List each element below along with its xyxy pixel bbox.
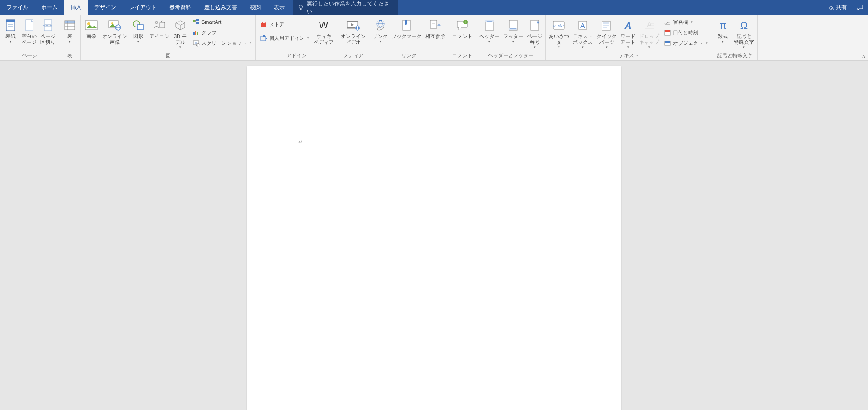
svg-text:W: W: [319, 19, 329, 31]
tab-insert[interactable]: 挿入: [64, 0, 88, 15]
greeting-icon: あいさつ: [553, 20, 565, 31]
svg-text:A: A: [647, 21, 652, 29]
store-button[interactable]: ストア: [258, 19, 311, 29]
tab-design[interactable]: デザイン: [88, 0, 123, 15]
object-button[interactable]: オブジェクト▾: [662, 38, 710, 48]
svg-text:+: +: [465, 21, 467, 24]
collapse-ribbon-button[interactable]: ᐱ: [862, 54, 865, 59]
svg-rect-41: [266, 38, 267, 39]
equation-icon: π: [717, 19, 729, 32]
table-button[interactable]: 表▾: [60, 16, 79, 44]
svg-text:あいさつ: あいさつ: [553, 24, 565, 28]
comment-button[interactable]: + コメント: [450, 16, 474, 40]
group-links-label: リンク: [369, 51, 449, 60]
svg-rect-34: [197, 32, 198, 35]
icons-button[interactable]: アイコン: [147, 16, 171, 40]
shapes-icon: [132, 19, 145, 31]
wordart-button[interactable]: A ワード アート▾: [618, 16, 637, 50]
svg-rect-29: [196, 22, 199, 24]
pagenumber-icon: #: [529, 19, 540, 32]
group-addins-label: アドイン: [256, 51, 337, 60]
svg-text:A: A: [624, 20, 632, 31]
feedback-button[interactable]: [852, 0, 868, 15]
svg-rect-39: [261, 36, 266, 41]
group-comments-label: コメント: [449, 51, 476, 60]
comment-icon: +: [456, 19, 469, 31]
tell-me-box[interactable]: 実行したい作業を入力してください: [293, 0, 398, 15]
tab-file[interactable]: ファイル: [0, 0, 35, 15]
online-pictures-button[interactable]: オンライン 画像: [100, 16, 129, 46]
group-tables: 表▾ 表: [59, 15, 81, 60]
svg-rect-73: [603, 27, 607, 28]
wikipedia-button[interactable]: W ウィキ ペディア: [312, 16, 336, 46]
smartart-icon: [192, 18, 200, 26]
svg-line-31: [195, 21, 196, 23]
svg-text:π: π: [719, 20, 726, 31]
tab-view[interactable]: 表示: [267, 0, 291, 15]
quickparts-button[interactable]: クイック パーツ▾: [595, 16, 618, 50]
smartart-button[interactable]: SmartArt: [190, 17, 253, 27]
online-video-button[interactable]: オンライン ビデオ: [339, 16, 368, 46]
group-links: リンク▾ ブックマーク 相互参照 リンク: [369, 15, 449, 60]
page-break-button[interactable]: ページ 区切り: [38, 16, 57, 46]
svg-text:#: #: [537, 20, 539, 25]
tab-mailings[interactable]: 差し込み文書: [198, 0, 244, 15]
onlinepicture-icon: [108, 19, 122, 31]
group-tables-label: 表: [59, 51, 80, 60]
group-media-label: メディア: [337, 51, 369, 60]
store-icon: [260, 21, 267, 28]
myaddins-button[interactable]: 個人用アドイン▾: [258, 33, 311, 43]
crossref-icon: [429, 19, 442, 32]
bookmark-button[interactable]: ブックマーク: [390, 16, 423, 40]
screenshot-button[interactable]: + スクリーンショット▾: [190, 38, 253, 48]
cube-icon: [174, 19, 186, 31]
svg-rect-7: [44, 20, 52, 24]
svg-rect-26: [160, 23, 165, 28]
footer-icon: [508, 19, 519, 32]
share-label: 共有: [836, 4, 847, 11]
group-text: あいさつ あいさつ 文▾ A テキスト ボックス▾ クイック パーツ▾ A ワー…: [546, 15, 712, 60]
greeting-button[interactable]: あいさつ あいさつ 文▾: [547, 16, 571, 50]
3dmodels-button[interactable]: 3D モ デル▾: [171, 16, 190, 50]
datetime-button[interactable]: 日付と時刻: [662, 27, 710, 38]
header-icon: [484, 19, 495, 32]
pagenumber-button[interactable]: # ページ 番号▾: [525, 16, 544, 50]
footer-button[interactable]: フッター▾: [501, 16, 525, 44]
group-pages-label: ページ: [0, 51, 59, 60]
blank-page-button[interactable]: 空白の ページ: [20, 16, 38, 46]
document-area[interactable]: ↵: [0, 61, 868, 410]
tab-layout[interactable]: レイアウト: [123, 0, 163, 15]
cover-page-button[interactable]: 表紙▾: [1, 16, 20, 44]
share-button[interactable]: 共有: [823, 0, 852, 15]
tab-references[interactable]: 参考資料: [163, 0, 198, 15]
group-symbols-label: 記号と特殊文字: [712, 51, 757, 60]
svg-text:A: A: [580, 22, 585, 29]
svg-line-30: [195, 20, 196, 21]
signature-button[interactable]: 署名欄▾: [662, 17, 710, 27]
textbox-button[interactable]: A テキスト ボックス▾: [571, 16, 595, 50]
tab-bar: ファイル ホーム 挿入 デザイン レイアウト 参考資料 差し込み文書 校閲 表示…: [0, 0, 868, 15]
equation-button[interactable]: π 数式▾: [714, 16, 732, 44]
margin-guide-tr: [570, 119, 580, 130]
lightbulb-icon: [298, 5, 304, 11]
wordart-icon: A: [622, 19, 634, 31]
chart-icon: [192, 29, 200, 36]
icons-icon: [153, 19, 166, 31]
speech-bubble-icon: [856, 4, 863, 11]
page[interactable]: ↵: [247, 66, 621, 410]
ribbon: 表紙▾ 空白の ページ ページ 区切り ページ 表▾ 表: [0, 15, 868, 61]
svg-point-46: [355, 26, 360, 30]
svg-rect-3: [6, 20, 15, 22]
chart-button[interactable]: グラフ: [190, 27, 253, 38]
shapes-button[interactable]: 図形▾: [129, 16, 147, 44]
svg-point-0: [299, 5, 303, 8]
link-button[interactable]: リンク▾: [371, 16, 390, 44]
header-button[interactable]: ヘッダー▾: [477, 16, 501, 44]
tab-home[interactable]: ホーム: [35, 0, 64, 15]
symbol-button[interactable]: Ω 記号と 特殊文字▾: [732, 16, 756, 50]
svg-rect-24: [137, 25, 143, 30]
tab-review[interactable]: 校閲: [244, 0, 267, 15]
crossref-button[interactable]: 相互参照: [423, 16, 447, 40]
pictures-button[interactable]: 画像: [82, 16, 100, 40]
svg-point-25: [155, 21, 158, 24]
